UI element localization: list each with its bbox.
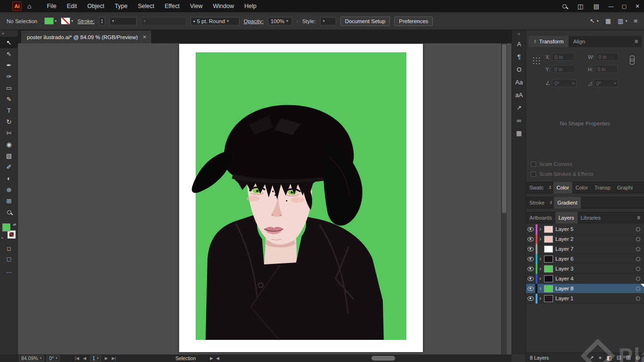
tab-align[interactable]: Align	[569, 36, 590, 47]
target-icon[interactable]	[636, 247, 640, 251]
target-icon[interactable]	[636, 237, 640, 241]
home-icon[interactable]: ⌂	[27, 2, 31, 10]
character-panel-icon[interactable]: A	[512, 38, 526, 50]
expand-arrow-icon[interactable]: ›	[537, 295, 543, 302]
style-dropdown[interactable]	[320, 17, 336, 25]
layer-thumbnail[interactable]	[544, 275, 553, 282]
fill-color-swatch[interactable]	[44, 17, 54, 25]
paintbrush-tool[interactable]: ✎	[0, 93, 18, 105]
visibility-toggle[interactable]	[526, 294, 536, 304]
opacity-chevron-icon[interactable]: ›	[297, 19, 298, 24]
toolbar-expand-icon[interactable]: »	[0, 30, 17, 37]
stroke-weight-dropdown[interactable]	[109, 17, 137, 25]
menu-object[interactable]: Object	[82, 0, 109, 12]
pen-tool[interactable]: ✒	[0, 59, 18, 71]
visibility-toggle[interactable]	[526, 224, 536, 234]
glyphs-panel-icon[interactable]: Aa	[512, 76, 526, 89]
rectangle-tool[interactable]: ▭	[0, 82, 18, 93]
target-icon[interactable]	[636, 277, 640, 281]
menu-type[interactable]: Type	[109, 0, 132, 12]
layer-row-layer-3[interactable]: ›Layer 3	[526, 264, 644, 274]
fill-dropdown-icon[interactable]: ▾	[55, 19, 57, 23]
tab-graphi[interactable]: Graphi	[614, 182, 636, 193]
layer-thumbnail[interactable]	[544, 236, 553, 243]
arrange-documents-icon[interactable]: ◫	[572, 0, 588, 12]
artboard-number-dropdown[interactable]: 1	[90, 355, 101, 362]
menu-view[interactable]: View	[185, 0, 208, 12]
scale-strokes-checkbox[interactable]	[531, 172, 536, 177]
document-setup-button[interactable]: Document Setup	[340, 16, 390, 26]
artboard-tool[interactable]: ⊞	[0, 195, 18, 206]
edit-toolbar-icon[interactable]: ⋯	[0, 268, 18, 277]
selection-options-icon[interactable]: ↖▾	[590, 17, 599, 25]
pasteboard[interactable]	[18, 43, 512, 354]
layer-row-layer-4[interactable]: ›Layer 4	[526, 274, 644, 284]
menu-help[interactable]: Help	[239, 0, 262, 12]
layer-thumbnail[interactable]	[544, 226, 553, 233]
expand-arrow-icon[interactable]: ›	[537, 265, 543, 272]
gradient-tool[interactable]: ▧	[0, 150, 18, 161]
opacity-panel-link[interactable]: Opacity:	[244, 18, 264, 24]
character-styles-panel-icon[interactable]: aA	[512, 89, 526, 101]
last-artboard-icon[interactable]: ▶|	[112, 356, 116, 361]
swap-fill-stroke-icon[interactable]: ⇄	[13, 222, 17, 227]
rotate-tool[interactable]: ↻	[0, 116, 18, 127]
paragraph-panel-icon[interactable]: ¶	[512, 50, 526, 63]
zoom-tool[interactable]	[0, 206, 18, 218]
target-icon[interactable]	[636, 267, 640, 271]
arrange-documents-icon[interactable]: ▥▾	[618, 17, 627, 25]
blend-tool[interactable]: ◐	[0, 173, 18, 184]
constrain-proportions-icon[interactable]	[629, 56, 635, 64]
links-panel-icon[interactable]: ∞	[512, 114, 526, 127]
tab-swatc[interactable]: Swatc	[526, 182, 547, 193]
appearance-panel-icon[interactable]: O	[512, 63, 526, 76]
h-field[interactable]: 0 in	[595, 65, 618, 73]
document-close-icon[interactable]: ✕	[142, 34, 146, 40]
screen-mode-icon[interactable]: ▢	[0, 254, 18, 264]
expand-arrow-icon[interactable]: ›	[537, 285, 543, 292]
horizontal-scrollbar-thumb[interactable]	[372, 356, 395, 361]
menu-edit[interactable]: Edit	[62, 0, 83, 12]
stroke-proxy-swatch[interactable]	[8, 230, 16, 239]
preferences-button[interactable]: Preferences	[394, 16, 433, 26]
first-artboard-icon[interactable]: |◀	[75, 356, 79, 361]
curvature-tool[interactable]: ✑	[0, 71, 18, 82]
stroke-panel-link[interactable]: Stroke:	[77, 18, 94, 24]
vertical-scrollbar-thumb[interactable]	[502, 44, 506, 213]
tab-gradient[interactable]: Gradient	[554, 197, 580, 208]
rotate-dropdown[interactable]: 0°	[552, 79, 577, 87]
search-icon[interactable]	[556, 0, 572, 12]
scissors-tool[interactable]: ✄	[0, 127, 18, 139]
collapse-panel-icon[interactable]: ⇕	[533, 39, 537, 44]
locate-object-icon[interactable]: ⌖	[599, 354, 602, 361]
tab-color[interactable]: Color	[572, 182, 591, 193]
w-field[interactable]: 0 in	[596, 53, 619, 61]
menu-file[interactable]: File	[41, 0, 61, 12]
default-fill-stroke-icon[interactable]: ▪▫	[1, 236, 4, 239]
zoom-level-dropdown[interactable]: 84.09%	[19, 355, 44, 362]
vertical-scrollbar[interactable]	[501, 43, 507, 354]
visibility-toggle[interactable]	[526, 264, 536, 274]
x-field[interactable]: 0 in	[552, 53, 575, 61]
tab-artboards[interactable]: Artboards	[526, 212, 555, 223]
expand-arrow-icon[interactable]: ›	[537, 226, 543, 232]
close-button[interactable]: ✕	[631, 0, 644, 12]
restore-button[interactable]: ▢	[618, 0, 631, 12]
status-prev-icon[interactable]: ◀	[216, 356, 219, 361]
eyedropper-tool[interactable]: ✐	[0, 161, 18, 173]
workspace-switcher-icon[interactable]: ▤	[588, 0, 604, 12]
stroke-dropdown-icon[interactable]: ▾	[71, 19, 73, 23]
layer-thumbnail[interactable]	[544, 265, 553, 272]
reference-point-grid[interactable]	[532, 57, 540, 65]
menu-effect[interactable]: Effect	[159, 0, 185, 12]
target-icon[interactable]	[636, 227, 640, 231]
stroke-weight-stepper[interactable]: ▲▼	[99, 17, 105, 25]
visibility-toggle[interactable]	[526, 274, 536, 284]
new-layer-icon[interactable]: ⊞	[626, 354, 631, 361]
visibility-toggle[interactable]	[526, 234, 536, 244]
status-next-icon[interactable]: ▶	[210, 356, 213, 361]
target-icon[interactable]	[636, 257, 640, 261]
menu-select[interactable]: Select	[132, 0, 159, 12]
layer-row-layer-1[interactable]: ›Layer 1	[526, 294, 644, 304]
collapse-panel-icon[interactable]: ⇕	[547, 185, 553, 190]
